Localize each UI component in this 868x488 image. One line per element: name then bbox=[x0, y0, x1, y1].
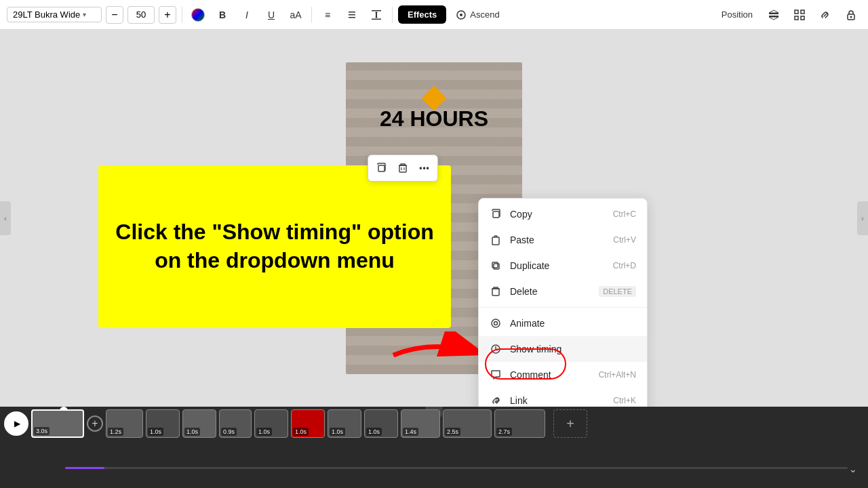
bold-button[interactable]: B bbox=[212, 5, 233, 25]
timeline-clip[interactable]: 1.2s bbox=[106, 409, 143, 438]
timeline-clip[interactable]: 2.7s bbox=[494, 409, 545, 438]
more-icon: ••• bbox=[419, 163, 430, 173]
menu-item-link[interactable]: Link Ctrl+K bbox=[479, 388, 647, 407]
add-clip-button-1[interactable]: + bbox=[87, 415, 103, 432]
font-size-increase-button[interactable]: + bbox=[159, 6, 176, 24]
font-selector[interactable]: 29LT Bukra Wide ▾ bbox=[7, 7, 102, 22]
timeline-fill bbox=[65, 467, 104, 469]
svg-rect-20 bbox=[378, 165, 384, 171]
animate-label: Ascend bbox=[470, 9, 499, 20]
timeline-clip[interactable]: 1.0s bbox=[254, 409, 288, 438]
timeline-progress-area bbox=[65, 467, 848, 469]
spacing-button[interactable] bbox=[366, 5, 387, 25]
svg-rect-16 bbox=[795, 16, 798, 20]
comment-menu-label: Comment bbox=[510, 369, 591, 380]
link-button[interactable] bbox=[815, 5, 835, 25]
duplicate-menu-icon bbox=[490, 260, 502, 272]
clip-duration: 2.7s bbox=[496, 428, 512, 436]
main-canvas-area: ‹ › 24 HOURS ••• bbox=[0, 30, 868, 407]
menu-item-animate[interactable]: Animate bbox=[479, 310, 647, 336]
italic-button[interactable]: I bbox=[237, 5, 257, 25]
svg-rect-21 bbox=[399, 165, 406, 172]
svg-rect-0 bbox=[349, 12, 355, 13]
align-button[interactable]: ≡ bbox=[317, 5, 338, 25]
paste-menu-label: Paste bbox=[510, 235, 605, 245]
grid-button[interactable] bbox=[789, 5, 810, 25]
effects-button[interactable]: Effects bbox=[398, 5, 446, 24]
element-more-button[interactable]: ••• bbox=[414, 158, 435, 178]
menu-item-comment[interactable]: Comment Ctrl+Alt+N bbox=[479, 362, 647, 388]
menu-item-duplicate[interactable]: Duplicate Ctrl+D bbox=[479, 253, 647, 279]
menu-divider bbox=[479, 307, 647, 308]
text-case-button[interactable]: aA bbox=[285, 5, 306, 25]
element-copy-button[interactable] bbox=[371, 158, 391, 178]
grid-icon bbox=[793, 9, 806, 21]
lock-button[interactable] bbox=[841, 5, 861, 25]
menu-item-copy[interactable]: Copy Ctrl+C bbox=[479, 201, 647, 227]
clip-duration: 2.5s bbox=[445, 428, 460, 436]
font-size-decrease-button[interactable]: − bbox=[106, 6, 123, 24]
font-size-input[interactable] bbox=[127, 6, 155, 24]
timeline-clip[interactable]: 1.0s bbox=[328, 409, 361, 438]
clip-duration: 1.0s bbox=[366, 428, 382, 436]
svg-rect-5 bbox=[376, 12, 377, 18]
timeline-clip[interactable]: 1.0s bbox=[146, 409, 180, 438]
add-section-button[interactable]: + bbox=[553, 409, 587, 438]
clip-duration: 1.0s bbox=[256, 428, 272, 436]
svg-marker-13 bbox=[769, 17, 778, 20]
svg-rect-26 bbox=[492, 237, 499, 245]
spacing-icon bbox=[371, 9, 382, 20]
timeline: ▾ ▶ 3.0s + 1.2s 1.0s 1.0s 0.9s 1.0s 1.0s bbox=[0, 407, 868, 488]
divider-1 bbox=[182, 7, 182, 23]
clip-duration: 1.4s bbox=[403, 428, 418, 436]
timeline-clip[interactable]: 1.0s bbox=[364, 409, 398, 438]
clip-duration: 1.0s bbox=[148, 428, 163, 436]
text-color-button[interactable] bbox=[188, 5, 208, 25]
animate-button[interactable]: Ascend bbox=[450, 7, 505, 23]
timeline-clip[interactable]: 2.5s bbox=[443, 409, 492, 438]
element-delete-button[interactable] bbox=[393, 158, 413, 178]
animate-menu-label: Animate bbox=[510, 318, 636, 329]
delete-shortcut: DELETE bbox=[599, 286, 636, 297]
instruction-box: Click the "Show timing" option on the dr… bbox=[98, 165, 451, 328]
divider-3 bbox=[392, 7, 393, 23]
menu-item-paste[interactable]: Paste Ctrl+V bbox=[479, 227, 647, 253]
timeline-clip[interactable]: 1.0s bbox=[291, 409, 325, 438]
timeline-scroll-down-button[interactable]: ⌄ bbox=[849, 464, 857, 474]
animate-icon bbox=[456, 9, 467, 20]
delete-menu-icon bbox=[490, 285, 502, 298]
timeline-clip[interactable]: 1.4s bbox=[401, 409, 440, 438]
timeline-clip[interactable]: 3.0s bbox=[31, 409, 84, 438]
svg-point-9 bbox=[460, 14, 462, 16]
delete-menu-label: Delete bbox=[510, 286, 591, 297]
duplicate-shortcut: Ctrl+D bbox=[613, 261, 636, 270]
play-icon: ▶ bbox=[14, 419, 20, 428]
play-button[interactable]: ▶ bbox=[4, 411, 28, 436]
copy-menu-icon bbox=[490, 208, 502, 220]
svg-point-19 bbox=[850, 16, 852, 18]
svg-point-30 bbox=[492, 319, 500, 327]
svg-point-31 bbox=[494, 322, 498, 325]
timeline-clip[interactable]: 1.0s bbox=[182, 409, 216, 438]
menu-item-show-timing[interactable]: Show timing bbox=[479, 336, 647, 362]
divider-2 bbox=[311, 7, 312, 23]
svg-rect-2 bbox=[349, 17, 355, 18]
list-button[interactable] bbox=[342, 5, 362, 25]
copy-icon bbox=[376, 163, 387, 174]
timeline-clips-row: ▶ 3.0s + 1.2s 1.0s 1.0s 0.9s 1.0s 1.0s 1… bbox=[0, 407, 868, 441]
position-button[interactable]: Position bbox=[716, 7, 758, 22]
instruction-text: Click the "Show timing" option on the dr… bbox=[112, 218, 437, 274]
link-menu-icon bbox=[490, 394, 502, 407]
canvas-left-arrow[interactable]: ‹ bbox=[0, 201, 11, 235]
svg-marker-7 bbox=[375, 17, 378, 18]
timeline-clip[interactable]: 0.9s bbox=[219, 409, 252, 438]
underline-button[interactable]: U bbox=[261, 5, 281, 25]
element-context-toolbar: ••• bbox=[368, 155, 438, 182]
svg-rect-3 bbox=[372, 10, 381, 12]
svg-marker-12 bbox=[769, 10, 778, 13]
clip-duration: 1.2s bbox=[108, 428, 123, 436]
canvas-right-arrow[interactable]: › bbox=[857, 201, 868, 235]
layers-button[interactable] bbox=[764, 5, 784, 25]
svg-rect-15 bbox=[801, 10, 804, 14]
menu-item-delete[interactable]: Delete DELETE bbox=[479, 279, 647, 304]
